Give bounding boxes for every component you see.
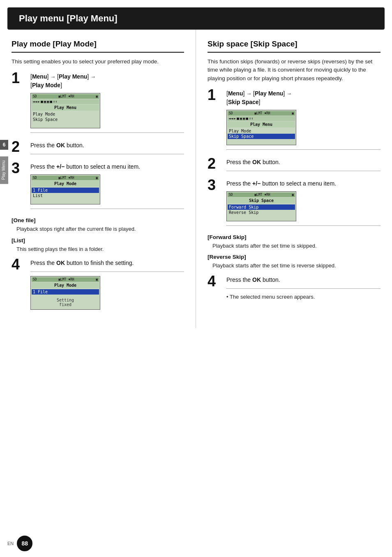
right-step-4-num: 4 — [208, 274, 222, 289]
lcd-icon-menu: ■ — [50, 100, 52, 104]
r-lcd-icon-menu: ■ — [246, 116, 248, 121]
left-section-desc: This setting enables you to select your … — [12, 58, 184, 66]
lcd-icon-back: ◄◄ — [32, 100, 37, 104]
footer: EN 88 — [7, 536, 32, 551]
right-lcd-screen-1: SD ▣LMT ♦RH ▣ ◄◄ ► ■ ▣ ▣ ■ ↑↑ Play Menu — [226, 110, 296, 145]
left-lcd-title-2: Play Mode — [32, 181, 99, 187]
left-lcd-row-3-1file: 1 File — [32, 289, 99, 295]
right-lcd-screen-2: SD ▣LMT ♦RH ▣ Skip Space Forward Skip Re… — [226, 191, 296, 221]
left-column: Play mode [Play Mode] This setting enabl… — [7, 30, 196, 328]
left-lcd-topbar-2: SD ▣LMT ♦RH ▣ — [32, 176, 99, 180]
chapter-number: 6 — [0, 140, 8, 150]
right-lcd-title-1: Play Menu — [228, 121, 295, 128]
right-section-desc: This function skips (forwards) or revers… — [208, 58, 380, 83]
left-step-3-content: Press the +/− button to select a menu it… — [30, 162, 184, 213]
left-step-3-text: Press the +/− button to select a menu it… — [30, 162, 184, 171]
lcd-icon-tt: ↑↑ — [53, 100, 58, 104]
right-step-3-text: Press the +/− button to select a menu it… — [226, 179, 380, 188]
right-step-4-note: • The selected menu screen appears. — [226, 293, 380, 301]
left-lcd-setting-fixed: Settingfixed — [32, 295, 99, 309]
footer-lang: EN — [7, 541, 14, 546]
right-step-1-content: [Menu] → [Play Menu] →[Skip Space] SD ▣L… — [226, 89, 380, 154]
right-step-4-text: Press the OK button. — [226, 276, 380, 284]
left-lcd-row-2-list: List — [32, 193, 99, 198]
r-lcd-icon-tt: ↑↑ — [249, 116, 254, 121]
right-step-2: 2 Press the OK button. — [208, 158, 380, 175]
left-step-4-content: Press the OK button to finish the settin… — [30, 259, 184, 314]
left-lcd-topbar-1: SD ▣LMT ♦RH ▣ — [32, 94, 99, 99]
r-lcd-sd-2: SD — [229, 193, 233, 197]
left-item-2-desc: This setting plays the files in a folder… — [16, 245, 184, 253]
right-step-1: 1 [Menu] → [Play Menu] →[Skip Space] SD … — [208, 89, 380, 154]
right-lcd-topbar-1: SD ▣LMT ♦RH ▣ — [228, 111, 295, 116]
r-lcd-icon-a: ▣ — [240, 116, 242, 121]
lcd-status-icons-2: ▣LMT ♦RH — [58, 176, 74, 180]
left-lcd-title-3: Play Mode — [32, 282, 99, 288]
r-lcd-icon-back: ◄◄ — [228, 116, 233, 121]
main-content: Play mode [Play Mode] This setting enabl… — [7, 30, 385, 328]
right-step-2-divider — [226, 171, 380, 171]
lcd-sd-label: SD — [33, 95, 37, 98]
r-lcd-bat-2: ▣ — [292, 193, 294, 197]
left-step-4-text: Press the OK button to finish the settin… — [30, 259, 184, 267]
footer-page-badge: 88 — [17, 536, 32, 551]
page-title: Play menu [Play Menu] — [7, 7, 385, 30]
left-section-heading: Play mode [Play Mode] — [12, 39, 184, 49]
lcd-battery-icon: ▣ — [96, 95, 98, 98]
right-lcd-topbar-2: SD ▣LMT ♦RH ▣ — [228, 193, 295, 197]
right-step-3-num: 3 — [208, 178, 222, 193]
left-step-2-divider — [30, 154, 184, 154]
right-step-3-divider — [226, 225, 380, 226]
left-step-3-divider — [30, 209, 184, 209]
right-item-2-desc: Playback starts after the set time is re… — [212, 262, 380, 270]
left-step-2-content: Press the OK button. — [30, 141, 184, 158]
left-lcd-screen-3: SD ▣LMT ♦RH ▣ Play Mode 1 File Settingfi… — [30, 276, 100, 310]
r-lcd-icon-stop: ■ — [237, 116, 239, 121]
r-lcd-status-2: ▣LMT ♦RH — [254, 193, 270, 197]
left-lcd-row-1-play-mode: Play Mode — [32, 111, 99, 117]
lcd-icon-b: ▣ — [47, 100, 49, 104]
r-lcd-status-1: ▣LMT ♦RH — [254, 111, 270, 115]
left-step-3-num: 3 — [12, 161, 26, 176]
left-step-2: 2 Press the OK button. — [12, 141, 184, 158]
left-step-1-divider — [30, 132, 184, 133]
lcd-icon-stop: ■ — [41, 100, 43, 104]
r-lcd-icon-b: ▣ — [243, 116, 245, 121]
right-lcd-row-2-fwd: Forward Skip — [228, 204, 295, 210]
lcd-battery-icon-2: ▣ — [96, 176, 98, 180]
right-items: [Forward Skip] Playback starts after the… — [208, 234, 380, 270]
lcd-sd-label-3: SD — [33, 278, 37, 281]
left-step-4-num: 4 — [12, 257, 26, 272]
right-step-1-divider — [226, 149, 380, 150]
left-item-1-label: [One file] — [12, 217, 184, 223]
right-item-2-label: [Reverse Skip] — [208, 254, 380, 260]
left-items: [One file] Playback stops right after th… — [12, 217, 184, 253]
left-lcd-topbar-3: SD ▣LMT ♦RH ▣ — [32, 277, 99, 282]
right-step-2-text: Press the OK button. — [226, 158, 380, 167]
left-step-1-content: [Menu] → [Play Menu] →[Play Mode] SD ▣LM… — [30, 72, 184, 137]
r-lcd-bat-1: ▣ — [292, 111, 294, 115]
left-step-3: 3 Press the +/− button to select a menu … — [12, 162, 184, 213]
left-step-4: 4 Press the OK button to finish the sett… — [12, 259, 184, 314]
left-step-2-text: Press the OK button. — [30, 141, 184, 150]
right-step-1-text: [Menu] → [Play Menu] →[Skip Space] — [226, 89, 380, 107]
left-step-2-num: 2 — [12, 139, 26, 154]
left-heading-divider — [12, 52, 184, 53]
r-lcd-sd-1: SD — [229, 111, 233, 115]
right-step-3: 3 Press the +/− button to select a menu … — [208, 179, 380, 230]
left-step-1: 1 [Menu] → [Play Menu] →[Play Mode] SD ▣… — [12, 72, 184, 137]
lcd-status-icons: ▣LMT ♦RH — [58, 95, 74, 98]
right-heading-divider — [208, 52, 380, 53]
left-item-1-desc: Playback stops right after the current f… — [16, 225, 184, 233]
left-step-4-divider — [30, 272, 184, 272]
right-lcd-title-2: Skip Space — [228, 197, 295, 204]
right-lcd-row-1-skip-space: Skip Space — [228, 134, 295, 139]
left-lcd-screen-1: SD ▣LMT ♦RH ▣ ◄◄ ► ■ ▣ ▣ ■ ↑↑ Play Menu — [30, 93, 100, 128]
right-step-2-num: 2 — [208, 156, 222, 171]
right-lcd-icons-row-1: ◄◄ ► ■ ▣ ▣ ■ ↑↑ — [228, 116, 295, 121]
right-section-heading: Skip space [Skip Space] — [208, 39, 380, 49]
right-item-1-label: [Forward Skip] — [208, 234, 380, 240]
right-lcd-row-2-rev: Reverse Skip — [228, 210, 295, 215]
left-lcd-row-1-skip-space: Skip Space — [32, 117, 99, 122]
chapter-label: Play Menu — [0, 156, 8, 184]
